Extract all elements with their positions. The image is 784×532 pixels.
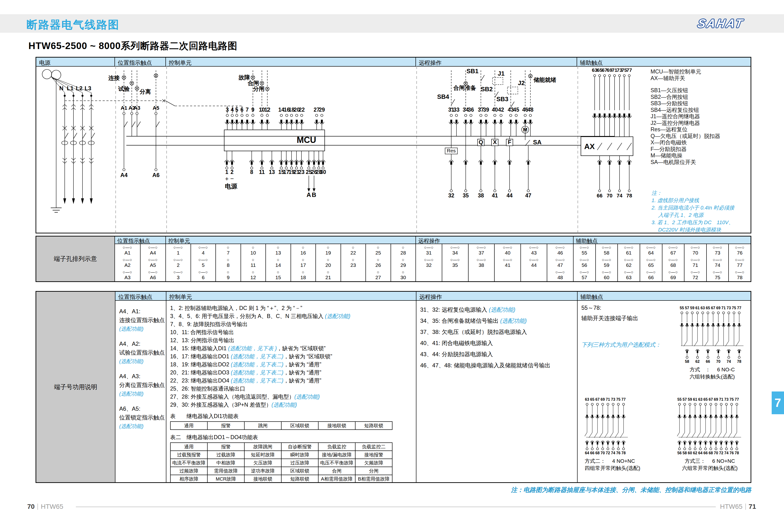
terminal-cell: ○—○A1 (115, 244, 140, 256)
terminal-cell: ○17 (291, 256, 316, 269)
terminal-cell-number: 6 (191, 275, 216, 280)
function-line-segment: 10、11: 合闸指示信号输出 (170, 329, 234, 335)
terminal-cell: ○—○3 (166, 269, 191, 281)
inner-table-cell: 中相故障 (207, 459, 244, 467)
function-line-segment: (选配功能) (489, 306, 515, 313)
aux-mode-diagram: 63646566676869707172737475767778方式二： 4 N… (585, 397, 629, 472)
terminal-cell: ○—○2 (166, 256, 191, 269)
terminal-cell-number: A2 (115, 262, 140, 268)
terminal-cell: ○13 (266, 244, 290, 256)
terminal-cell-number: 2 (166, 262, 191, 268)
relay-output-do-table: 通用报警故障跳闸自诊断报警负载监控负载监控二过载预报警过载故障短延时故障瞬时故障… (170, 442, 392, 482)
mode-terminal-number: 63 (701, 306, 705, 310)
terminal-cell: ○22 (341, 244, 366, 256)
terminal-cell-number: A3 (115, 275, 140, 280)
terminal-number: 45 (513, 107, 519, 113)
terminal-column: ○—○46○—○47○—○48 (547, 244, 573, 281)
terminal-cell (341, 269, 366, 281)
terminal-number: 5 (235, 107, 239, 113)
mode-terminal-number: 66 (590, 451, 594, 455)
inner-table-header-cell: 通用 (170, 443, 207, 451)
function-line-segment: ，缺省为 “区域联锁” (283, 353, 332, 360)
terminal-cell-number: 15 (266, 275, 290, 280)
terminal-symbol: ○—○ (442, 258, 468, 262)
terminal-symbol: ○—○ (141, 258, 166, 262)
function-line-segment: ，缺省为 “区域联锁” (277, 345, 326, 352)
terminal-cell: ○—○70 (684, 244, 706, 256)
terminal-column: ○—○73○—○74○—○75 (707, 244, 729, 281)
mode-terminal-number: 62 (695, 360, 700, 364)
inner-table-cell: 区域联锁 (281, 422, 318, 430)
terminal-cell: ○16 (291, 244, 316, 256)
function-line: 20、21: 继电器输出DO3 (选配功能，见下表二)，缺省为 “通用” (170, 368, 416, 376)
terminal-number: 48 (527, 107, 533, 113)
mode-terminal-number: 77 (735, 397, 739, 401)
terminal-cell-number: 66 (640, 275, 662, 280)
terminal-cell: ○—○31 (416, 244, 442, 256)
terminal-cell: ○—○44 (521, 256, 547, 269)
inner-table-cell: 通用 (170, 422, 207, 430)
motor-label: M (523, 127, 527, 133)
lamp-label-closed: 合闸 (247, 80, 259, 86)
terminal-cell: ○—○4 (191, 244, 216, 256)
mode-terminal-number: 56 (677, 451, 682, 455)
pin-ids: A4、A3: (119, 372, 166, 381)
terminal-cell: ○—○46 (547, 244, 573, 256)
terminal-cell: ○—○57 (573, 269, 595, 281)
function-line-segment: 37、38: 欠电压（或延时）脱扣器电源输入 (420, 329, 527, 335)
function-line-segment: (选配功能) (325, 313, 350, 319)
function-line-segment: 3、4、5、6: 用于电压显示，分别为 A、B、C、N 三相电压输入 (170, 313, 325, 319)
mode-terminal-number: 76 (616, 451, 620, 455)
aux-range-label: 55～78: (581, 304, 601, 312)
circuit-diagram: NL1L2L3连接试验分离A1A2A3A5A4A6故障合闸分闸345679101… (36, 66, 751, 233)
function-line-segment: 18、19: 继电器输出DO2 (170, 361, 231, 367)
function-line: 18、19: 继电器输出DO2 (选配功能，见下表二)，缺省为 “通用” (170, 360, 416, 368)
terminal-cell-number: 55 (573, 250, 595, 256)
terminal-cell: ○20 (316, 256, 341, 269)
terminal-number: 8 (250, 169, 253, 175)
terminal-cell-number: 4 (191, 250, 216, 256)
terminal-column: ○25○26○27 (366, 244, 391, 281)
lamp-label-close-ready: 合闸准备 (453, 85, 476, 91)
footer-right-page-number: 71 (749, 503, 756, 510)
aux-desc: 辅助开关连接端子输出 (581, 314, 638, 322)
mode-terminal-number: 76 (729, 451, 734, 455)
terminal-cell-number: 30 (391, 275, 416, 280)
terminal-symbol: ○ (341, 258, 366, 262)
function-col-position: 位置指示触点 A4、A1:连接位置指示触点(选配功能)A4、A2:试验位置指示触… (115, 292, 166, 482)
terminal-cell-number: 20 (316, 262, 341, 268)
legend-line: X—闭合电磁铁 (650, 139, 753, 146)
pin-option-tag: (选配功能) (119, 389, 166, 398)
function-line: 27、28: 外接互感器输入（地电流返回型、漏电型）(选配功能) (170, 393, 416, 401)
function-line: 31、32: 远程复位电源输入 (选配功能) (420, 304, 577, 315)
terminal-column: ○—○61○—○62○—○63 (618, 244, 640, 281)
terminal-column: ○—○A1○—○A2○—○A3 (115, 244, 141, 281)
terminal-symbol: ○ (366, 258, 391, 262)
terminal-column: ○—○70○—○71○—○72 (684, 244, 707, 281)
function-line: 40、41: 闭合电磁铁电源输入 (420, 337, 577, 348)
pin-option-tag: (选配功能) (119, 422, 166, 430)
terminal-symbol: ○ (316, 258, 341, 262)
inner-table-cell: 欠频故障 (355, 459, 392, 467)
terminal-cell (469, 269, 494, 281)
mode-terminal-number: 78 (621, 451, 626, 455)
pin-option-tag: (选配功能) (119, 325, 166, 333)
function-col-control-body: 1、2: 控制器辅助电源输入，DC 则 1 为 “＋”、2 为 “－”3、4、5… (166, 301, 416, 482)
mode-terminal-number: 78 (737, 360, 741, 364)
terminal-symbol: ○—○ (707, 245, 729, 250)
function-line-segment: 16、17: 继电器输出DO1 (170, 353, 231, 360)
mode-terminal-number: 65 (706, 306, 710, 310)
mode-terminal-number: 72 (719, 451, 723, 455)
terminal-group-header: 远程操作 (416, 236, 573, 244)
terminal-cell: ○—○58 (596, 244, 618, 256)
terminal-symbol: ○ (216, 270, 241, 275)
function-line-segment: ，缺省为 “通用” (283, 361, 321, 367)
mode-terminal-number: 73 (727, 306, 731, 310)
mode-terminal-number: 61 (695, 306, 700, 310)
terminal-number: 66 (597, 193, 603, 199)
terminal-cell-number: 35 (442, 262, 468, 268)
terminal-cell-number: 67 (663, 250, 684, 256)
terminal-cell-number: 44 (521, 262, 547, 268)
mode-terminal-number: 57 (685, 306, 689, 310)
legend-line: Q—欠电压（或延时）脱扣器 (650, 133, 753, 140)
